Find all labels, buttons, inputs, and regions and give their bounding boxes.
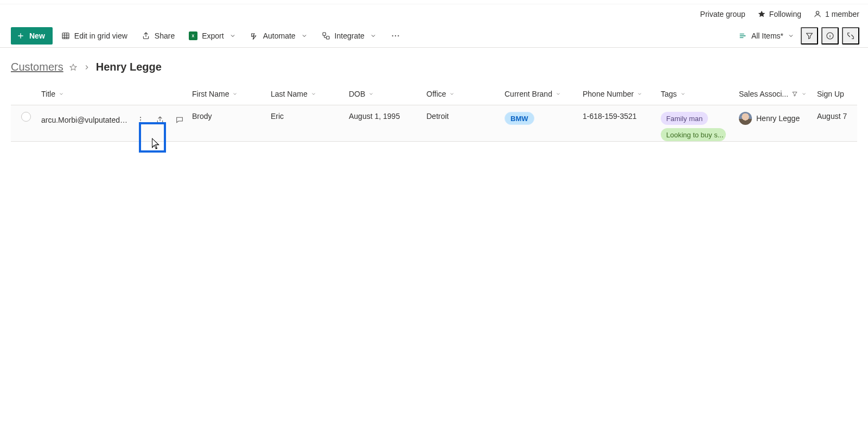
- sales-assoc-name: Henry Legge: [756, 114, 800, 123]
- chevron-down-icon: [788, 33, 794, 39]
- tag[interactable]: Family man: [661, 112, 708, 125]
- info-icon: [826, 31, 834, 40]
- export-label: Export: [202, 31, 224, 40]
- svg-point-6: [398, 35, 399, 36]
- command-bar: New Edit in grid view Share Export: [0, 24, 868, 48]
- following-label: Following: [769, 10, 801, 18]
- cell-office: Detroit: [426, 112, 505, 121]
- chevron-right-icon: [83, 64, 91, 71]
- chevron-down-icon: [680, 91, 686, 97]
- person-icon: [813, 10, 822, 18]
- automate-button[interactable]: Automate: [245, 27, 313, 45]
- col-brand-label: Current Brand: [505, 90, 552, 98]
- view-name-label: All Items*: [751, 31, 783, 40]
- chevron-down-icon: [637, 91, 642, 97]
- integrate-icon: [322, 31, 330, 40]
- col-title[interactable]: Title: [41, 90, 192, 98]
- chevron-down-icon: [311, 91, 316, 97]
- share-label: Share: [155, 31, 175, 40]
- chevron-down-icon: [59, 91, 64, 97]
- comment-icon: [175, 116, 184, 124]
- following-toggle[interactable]: Following: [757, 10, 801, 18]
- excel-icon: [189, 31, 197, 40]
- cell-sales-assoc: Henry Legge: [739, 112, 817, 127]
- overflow-button[interactable]: [385, 27, 406, 45]
- new-button[interactable]: New: [11, 27, 53, 45]
- svg-point-4: [392, 35, 393, 36]
- avatar: [739, 112, 752, 125]
- cell-first-name: Brody: [192, 112, 271, 121]
- col-tags[interactable]: Tags: [661, 90, 739, 98]
- star-filled-icon: [757, 10, 766, 18]
- col-dob[interactable]: DOB: [349, 90, 426, 98]
- chevron-down-icon: [801, 91, 807, 97]
- table-row[interactable]: arcu.Morbi@vulputatedui...: [11, 105, 857, 142]
- automate-label: Automate: [263, 31, 296, 40]
- col-brand[interactable]: Current Brand: [505, 90, 583, 98]
- col-title-label: Title: [41, 90, 55, 98]
- row-share-button[interactable]: [152, 112, 168, 128]
- col-office[interactable]: Office: [426, 90, 505, 98]
- chevron-down-icon: [229, 33, 236, 39]
- title-link[interactable]: arcu.Morbi@vulputatedui...: [41, 116, 129, 124]
- col-sales-assoc[interactable]: Sales Associ...: [739, 90, 817, 98]
- filter-pane-button[interactable]: [801, 27, 818, 45]
- tag[interactable]: Looking to buy s...: [661, 128, 726, 141]
- col-first-name[interactable]: First Name: [192, 90, 271, 98]
- details-pane-button[interactable]: [821, 27, 839, 45]
- list: Title First Name Last Name DOB Office Cu…: [11, 82, 857, 142]
- row-more-button[interactable]: [132, 112, 149, 128]
- brand-tag[interactable]: BMW: [505, 112, 534, 125]
- col-sign-up[interactable]: Sign Up: [817, 90, 857, 98]
- svg-point-9: [140, 119, 141, 121]
- col-first-name-label: First Name: [192, 90, 229, 98]
- export-button[interactable]: Export: [183, 27, 241, 45]
- edit-in-grid-label: Edit in grid view: [74, 31, 127, 40]
- new-button-label: New: [29, 31, 45, 40]
- members-count[interactable]: 1 member: [813, 10, 859, 18]
- col-last-name-label: Last Name: [271, 90, 308, 98]
- radio-icon: [21, 112, 31, 122]
- favorite-list-toggle[interactable]: [69, 63, 78, 72]
- view-list-icon: [738, 31, 747, 40]
- svg-point-8: [140, 117, 141, 118]
- flow-icon: [250, 31, 259, 40]
- cell-dob: August 1, 1995: [349, 112, 426, 121]
- edit-in-grid-button[interactable]: Edit in grid view: [56, 27, 133, 45]
- svg-rect-1: [62, 33, 69, 39]
- site-info-strip: Private group Following 1 member: [0, 4, 868, 24]
- ellipsis-icon: [391, 31, 400, 41]
- integrate-label: Integrate: [335, 31, 365, 40]
- cell-tags: Family man Looking to buy s...: [661, 112, 739, 141]
- view-switcher[interactable]: All Items*: [735, 27, 797, 45]
- window-top-hairline: [0, 0, 868, 4]
- col-tags-label: Tags: [661, 90, 677, 98]
- chevron-down-icon: [301, 33, 308, 39]
- private-group-label: Private group: [700, 10, 745, 18]
- col-office-label: Office: [426, 90, 446, 98]
- chevron-down-icon: [370, 33, 376, 39]
- expand-button[interactable]: [842, 27, 859, 45]
- grid-icon: [61, 31, 70, 40]
- svg-rect-3: [326, 36, 329, 39]
- breadcrumb-root[interactable]: Customers: [11, 61, 63, 73]
- row-select[interactable]: [21, 112, 31, 123]
- chevron-down-icon: [368, 91, 374, 97]
- integrate-button[interactable]: Integrate: [316, 27, 382, 45]
- col-phone[interactable]: Phone Number: [583, 90, 661, 98]
- col-last-name[interactable]: Last Name: [271, 90, 349, 98]
- col-phone-label: Phone Number: [583, 90, 634, 98]
- col-sales-assoc-label: Sales Associ...: [739, 90, 788, 98]
- row-comment-button[interactable]: [171, 112, 188, 128]
- share-icon: [142, 31, 150, 40]
- plus-icon: [16, 31, 25, 40]
- cell-sign-up: August 7: [817, 112, 857, 121]
- cell-title: arcu.Morbi@vulputatedui...: [41, 112, 192, 128]
- share-icon: [156, 116, 164, 124]
- svg-point-5: [395, 35, 396, 36]
- share-button[interactable]: Share: [136, 27, 180, 45]
- chevron-down-icon: [449, 91, 455, 97]
- col-sign-up-label: Sign Up: [817, 90, 844, 98]
- members-count-label: 1 member: [825, 10, 859, 18]
- svg-rect-2: [323, 33, 326, 35]
